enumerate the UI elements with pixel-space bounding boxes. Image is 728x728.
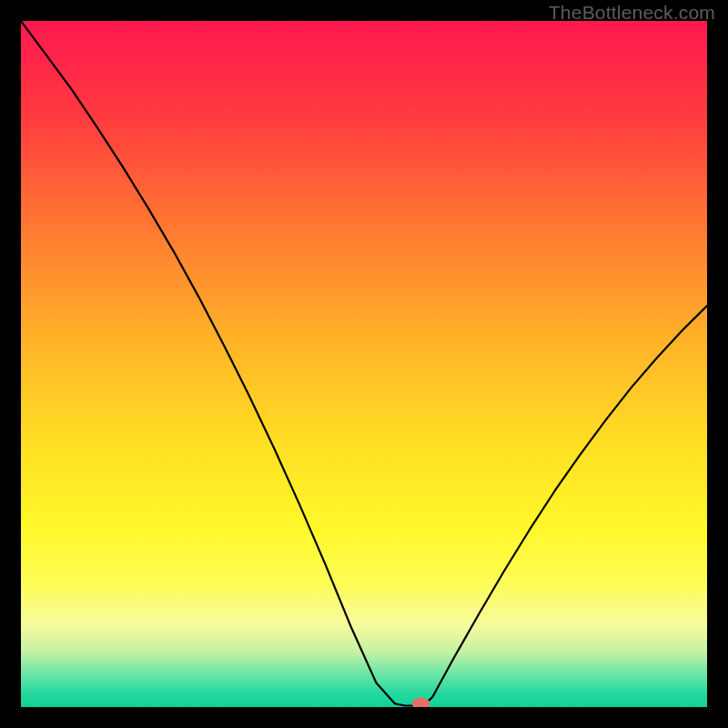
gradient-background bbox=[21, 21, 707, 707]
chart-frame: TheBottleneck.com bbox=[0, 0, 728, 728]
chart-svg bbox=[21, 21, 707, 707]
plot-area bbox=[21, 21, 707, 707]
watermark-text: TheBottleneck.com bbox=[549, 2, 715, 24]
